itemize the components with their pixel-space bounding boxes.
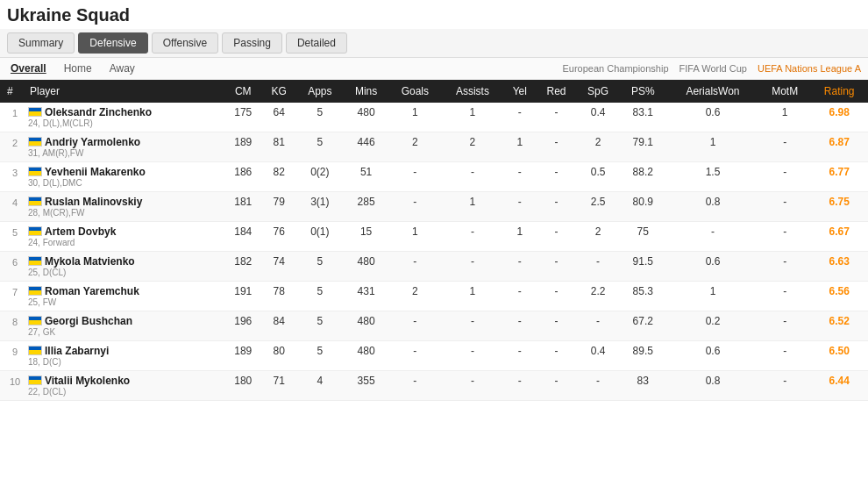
player-cell: Roman Yaremchuk25, FW [26, 282, 224, 311]
player-assists: 2 [442, 132, 504, 162]
player-name[interactable]: Mykola Matvienko [45, 255, 135, 268]
competition-wc[interactable]: FIFA World Cup [679, 63, 747, 74]
table-row[interactable]: 10Vitalii Mykolenko22, D(CL)180714355---… [0, 371, 868, 401]
ukraine-flag-icon [28, 137, 42, 147]
tab-passing[interactable]: Passing [222, 32, 282, 54]
table-row[interactable]: 1Oleksandr Zinchenko24, D(L),M(CLR)17564… [0, 103, 868, 132]
table-row[interactable]: 4Ruslan Malinovskiy28, M(CR),FW181793(1)… [0, 192, 868, 222]
player-kg: 82 [262, 162, 296, 192]
ukraine-flag-icon [28, 286, 42, 296]
player-cm: 186 [224, 162, 262, 192]
player-info: 27, GK [28, 327, 221, 337]
col-cm: CM [224, 80, 262, 103]
player-name[interactable]: Yevhenii Makarenko [45, 166, 146, 178]
player-info: 25, FW [28, 297, 221, 307]
player-cell: Andriy Yarmolenko31, AM(R),FW [26, 132, 224, 162]
player-ps: 83.1 [620, 103, 666, 132]
player-mins: 355 [344, 371, 388, 401]
player-apps: 0(2) [296, 162, 344, 192]
player-motm: - [759, 192, 810, 222]
player-assists: - [442, 371, 504, 401]
table-row[interactable]: 3Yevhenii Makarenko30, D(L),DMC186820(2)… [0, 162, 868, 192]
competition-euro[interactable]: European Championship [562, 63, 668, 74]
table-row[interactable]: 2Andriy Yarmolenko31, AM(R),FW1898154462… [0, 132, 868, 162]
page-title: Ukraine Squad [0, 0, 868, 29]
player-name[interactable]: Artem Dovbyk [45, 225, 116, 238]
player-yel: - [503, 103, 536, 132]
player-ps: 89.5 [620, 341, 666, 371]
sub-nav-home[interactable]: Home [60, 61, 96, 76]
ukraine-flag-icon [28, 167, 42, 176]
player-assists: 1 [442, 103, 504, 132]
player-kg: 84 [262, 311, 296, 341]
table-row[interactable]: 9Illia Zabarnyi18, D(C)189805480----0.48… [0, 341, 868, 371]
player-name[interactable]: Ruslan Malinovskiy [45, 196, 142, 208]
player-red: - [536, 371, 576, 401]
player-assists: - [442, 341, 504, 371]
col-mins: Mins [344, 80, 388, 103]
player-name[interactable]: Illia Zabarnyi [45, 345, 109, 357]
table-row[interactable]: 7Roman Yaremchuk25, FW19178543121--2.285… [0, 282, 868, 311]
tab-offensive[interactable]: Offensive [152, 32, 218, 54]
player-assists: - [442, 222, 504, 252]
sub-nav-overall[interactable]: Overall [7, 61, 50, 76]
player-name[interactable]: Georgi Bushchan [45, 315, 132, 327]
player-yel: 1 [503, 222, 536, 252]
player-red: - [536, 311, 576, 341]
col-ps: PS% [620, 80, 666, 103]
player-aerials: 0.8 [666, 192, 759, 222]
player-apps: 5 [296, 282, 344, 311]
player-red: - [536, 252, 576, 282]
player-mins: 446 [344, 132, 388, 162]
player-rating: 6.63 [810, 252, 868, 282]
table-row[interactable]: 5Artem Dovbyk24, Forward184760(1)151-1-2… [0, 222, 868, 252]
sub-nav-away[interactable]: Away [106, 61, 139, 76]
player-name[interactable]: Vitalii Mykolenko [45, 375, 130, 387]
tab-summary[interactable]: Summary [7, 32, 75, 54]
player-kg: 81 [262, 132, 296, 162]
player-assists: 1 [442, 192, 504, 222]
player-cm: 189 [224, 341, 262, 371]
player-num: 4 [0, 192, 26, 222]
ukraine-flag-icon [28, 346, 42, 355]
player-name[interactable]: Roman Yaremchuk [45, 285, 139, 297]
table-row[interactable]: 8Georgi Bushchan27, GK196845480-----67.2… [0, 311, 868, 341]
player-red: - [536, 282, 576, 311]
player-rating: 6.98 [810, 103, 868, 132]
player-mins: 15 [344, 222, 388, 252]
player-num: 9 [0, 341, 26, 371]
competition-nations[interactable]: UEFA Nations League A [758, 63, 861, 74]
ukraine-flag-icon [28, 197, 42, 206]
player-apps: 3(1) [296, 192, 344, 222]
player-spg: 0.4 [577, 341, 620, 371]
player-info: 25, D(CL) [28, 268, 221, 277]
ukraine-flag-icon [28, 316, 42, 325]
player-motm: - [759, 341, 810, 371]
player-mins: 285 [344, 192, 388, 222]
player-rating: 6.52 [810, 311, 868, 341]
player-name[interactable]: Andriy Yarmolenko [45, 136, 140, 148]
player-cell: Georgi Bushchan27, GK [26, 311, 224, 341]
player-name[interactable]: Oleksandr Zinchenko [45, 106, 152, 118]
tab-defensive[interactable]: Defensive [78, 32, 147, 54]
player-yel: - [503, 282, 536, 311]
player-assists: - [442, 252, 504, 282]
col-red: Red [536, 80, 576, 103]
player-goals: - [388, 371, 441, 401]
player-apps: 5 [296, 252, 344, 282]
competition-filters: European Championship FIFA World Cup UEF… [562, 63, 861, 74]
player-ps: 83 [620, 371, 666, 401]
player-yel: - [503, 371, 536, 401]
player-goals: 1 [388, 103, 441, 132]
table-row[interactable]: 6Mykola Matvienko25, D(CL)182745480-----… [0, 252, 868, 282]
player-red: - [536, 192, 576, 222]
player-goals: - [388, 162, 441, 192]
tab-detailed[interactable]: Detailed [286, 32, 347, 54]
col-player: Player [26, 80, 224, 103]
player-ps: 75 [620, 222, 666, 252]
player-aerials: 0.6 [666, 103, 759, 132]
player-red: - [536, 341, 576, 371]
player-cm: 191 [224, 282, 262, 311]
player-motm: - [759, 162, 810, 192]
player-yel: - [503, 252, 536, 282]
